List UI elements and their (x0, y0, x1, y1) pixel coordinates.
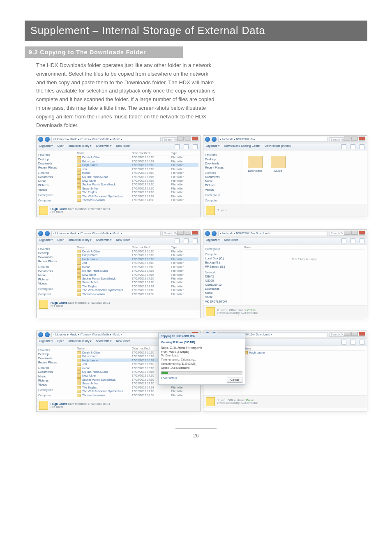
sidebar-recent[interactable]: Recent Places (205, 166, 240, 170)
sidebar-share[interactable]: Share (205, 295, 240, 299)
include-button[interactable]: Include in library ▾ (68, 144, 92, 149)
view-icon[interactable] (175, 144, 180, 149)
table-row[interactable]: My HDTracks Music17/02/2012 17:05File fo… (77, 269, 198, 273)
sidebar-homegroup[interactable]: Homegroup (38, 193, 73, 197)
sidebar-desktop[interactable]: Desktop (205, 157, 240, 162)
newfolder-button[interactable]: New folder (116, 144, 129, 149)
sidebar-documents[interactable]: Documents (38, 175, 73, 179)
sidebar-ns300[interactable]: NS300 (205, 279, 240, 283)
col-type[interactable]: Type (171, 152, 198, 155)
pane-icon[interactable] (350, 340, 355, 345)
view-icon[interactable] (341, 238, 346, 243)
sidebar-downloads[interactable]: Downloads (38, 255, 73, 259)
sidebar-music[interactable]: Music (38, 273, 73, 278)
col-name[interactable]: Name (77, 347, 132, 350)
organize-button[interactable]: Organize ▾ (39, 340, 53, 345)
networkcenter-button[interactable]: Network and Sharing Center (224, 144, 260, 149)
open-button[interactable]: Open (57, 238, 64, 243)
nav-back-icon[interactable] (38, 231, 43, 236)
nav-fwd-icon[interactable] (45, 231, 50, 236)
sidebar-backup-e[interactable]: Backup (E:) (205, 261, 240, 265)
sidebar-documents[interactable]: Documents (205, 175, 240, 179)
sidebar-downloads[interactable]: Downloads (38, 356, 73, 361)
pane-icon[interactable] (350, 144, 355, 149)
table-row[interactable]: Thomas Newman17/02/2012 14:38File folder (77, 393, 198, 397)
newfolder-button[interactable]: New folder (224, 238, 238, 243)
sidebar-videos[interactable]: Videos (38, 282, 73, 286)
table-row[interactable]: The Well-Tempered Synthesizer17/02/2012 … (77, 389, 198, 393)
table-row[interactable]: Eddy Izzard17/02/2012 16:03File folder (77, 253, 198, 257)
table-row[interactable]: music17/02/2012 16:03File folder (77, 265, 198, 269)
sidebar-localdisk[interactable]: Local Disk (C:) (205, 257, 240, 261)
col-name[interactable]: Name (77, 246, 132, 249)
sidebar-music[interactable]: Music (38, 375, 73, 379)
pane-icon[interactable] (184, 238, 189, 243)
view-icon[interactable] (341, 144, 346, 149)
table-row[interactable]: The Eagles17/02/2012 17:03File folder (77, 386, 198, 389)
pane-icon[interactable] (350, 238, 355, 243)
table-row[interactable]: The Eagles17/02/2012 17:03File folder (77, 190, 198, 194)
sidebar-recent[interactable]: Recent Places (38, 166, 73, 170)
col-name[interactable]: Name (77, 152, 132, 155)
table-row[interactable]: The Well-Tempered Synthesizer17/02/2012 … (77, 194, 198, 198)
sidebar-downloads[interactable]: Downloads (205, 162, 240, 166)
view-icon[interactable] (341, 340, 346, 345)
include-button[interactable]: Include in library ▾ (68, 340, 92, 345)
sidebar-libraries[interactable]: Libraries (205, 171, 240, 175)
sidebar-db643[interactable]: DB643 (205, 275, 240, 279)
help-icon[interactable] (193, 238, 198, 243)
sidebar-pictures[interactable]: Pictures (38, 278, 73, 282)
sidebar-favorites[interactable]: Favorites (38, 348, 73, 352)
breadcrumb[interactable]: « Libraries ▸ Music ▸ iTunes ▸ iTunes Me… (51, 137, 161, 142)
table-row[interactable]: Susan Miller17/02/2012 17:05File folder (77, 280, 198, 284)
sidebar-videos[interactable]: Videos (38, 383, 73, 387)
folder-music[interactable]: Music (271, 156, 286, 172)
sidebar-recent[interactable]: Recent Places (38, 361, 73, 365)
sidebar-computer[interactable]: Computer (38, 292, 73, 296)
col-name[interactable]: Name (244, 347, 299, 350)
sidebar-homegroup[interactable]: Homegroup (205, 193, 240, 197)
sidebar-favorites[interactable]: Favorites (205, 153, 240, 157)
nav-fwd-icon[interactable] (212, 137, 217, 142)
sidebar-pictures[interactable]: Pictures (38, 183, 73, 187)
sidebar-music[interactable]: Music (205, 179, 240, 183)
sidebar-homegroup[interactable]: Homegroup (38, 388, 73, 392)
sharewith-button[interactable]: Share with ▾ (96, 238, 112, 243)
table-row[interactable]: Susan Miller17/02/2012 17:05File folder (77, 187, 198, 190)
sidebar-videos[interactable]: Videos (205, 188, 240, 192)
sidebar-downloads[interactable]: Downloads (38, 162, 73, 166)
table-row[interactable]: Sucker Punch Soundtrack17/02/2012 17:05F… (77, 277, 198, 280)
open-button[interactable]: Open (57, 340, 64, 345)
nav-back-icon[interactable] (38, 137, 43, 142)
sidebar-nshdx[interactable]: NSHDX0410 (205, 283, 240, 287)
table-row[interactable]: Hugh Laurie17/02/2012 16:03File folder (77, 257, 198, 261)
sidebar-homegroup[interactable]: Homegroup (205, 247, 240, 251)
col-name[interactable]: Name (244, 246, 299, 249)
sidebar-pictures[interactable]: Pictures (38, 379, 73, 383)
help-icon[interactable] (360, 340, 364, 345)
nav-fwd-icon[interactable] (45, 137, 50, 142)
table-row[interactable]: Jon17/02/2012 16:03File folder (77, 261, 198, 265)
table-row[interactable]: music17/02/2012 16:03File folder (77, 171, 198, 175)
sidebar-videos[interactable]: Videos (38, 188, 73, 192)
newfolder-button[interactable]: New folder (116, 238, 129, 243)
breadcrumb[interactable]: « Libraries ▸ Music ▸ iTunes ▸ iTunes Me… (51, 231, 161, 236)
table-row[interactable]: Sucker Punch Soundtrack17/02/2012 17:05F… (77, 183, 198, 186)
breadcrumb[interactable]: « Libraries ▸ Music ▸ iTunes ▸ iTunes Me… (51, 332, 161, 337)
sidebar-documents[interactable]: Documents (38, 370, 73, 374)
sidebar-computer[interactable]: Computer (38, 199, 73, 203)
sidebar-desktop[interactable]: Desktop (38, 157, 73, 162)
sidebar-mtp[interactable]: VK-SP6712\TOM (205, 300, 240, 304)
sidebar-pictures[interactable]: Pictures (205, 183, 240, 187)
table-row[interactable]: Thomas Newman17/02/2012 14:38File folder (77, 292, 198, 296)
view-icon[interactable] (175, 238, 180, 243)
organize-button[interactable]: Organize ▾ (39, 144, 53, 149)
table-row[interactable]: Hugh Laurie17/02/2012 16:03File folder (77, 163, 198, 167)
table-row[interactable]: New folder17/02/2012 17:05File folder (77, 179, 198, 183)
table-row[interactable]: My HDTracks Music17/02/2012 17:05File fo… (77, 175, 198, 179)
table-row[interactable]: Thomas Newman17/02/2012 14:38File folder (77, 198, 198, 202)
sidebar-favorites[interactable]: Favorites (38, 153, 73, 157)
sidebar-documents[interactable]: Documents (38, 269, 73, 273)
table-row[interactable]: Derek & Clive17/02/2012 16:05File folder (77, 155, 198, 159)
sharewith-button[interactable]: Share with ▾ (96, 144, 112, 149)
